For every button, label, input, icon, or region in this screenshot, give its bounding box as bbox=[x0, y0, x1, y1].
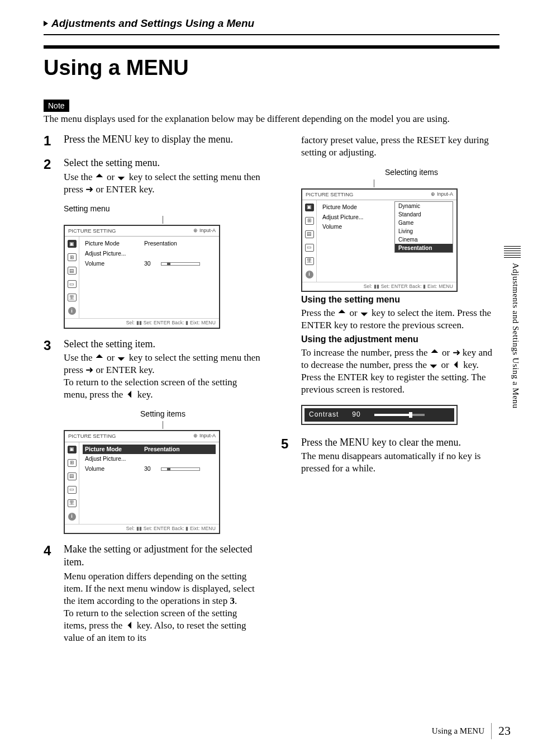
dropdown-item: Living bbox=[395, 227, 453, 235]
function-icon: ▭ bbox=[305, 244, 314, 252]
play-triangle-icon bbox=[44, 21, 48, 26]
arrow-down-icon: 🞃 bbox=[117, 352, 126, 363]
info-icon: i bbox=[68, 307, 76, 315]
subhead-using-adjust: Using the adjustment menu bbox=[301, 334, 499, 346]
step-number: 2 bbox=[44, 157, 64, 328]
install-icon: 里 bbox=[68, 294, 77, 301]
arrow-up-icon: 🞁 bbox=[95, 172, 104, 182]
arrow-down-icon: 🞃 bbox=[429, 360, 439, 370]
osd-row: Volume30 bbox=[83, 464, 216, 474]
arrow-up-icon: 🞁 bbox=[430, 347, 440, 358]
step-number: 5 bbox=[281, 436, 301, 475]
arrow-up-icon: 🞁 bbox=[337, 308, 347, 318]
footer-label: Using a MENU bbox=[432, 726, 484, 737]
osd-row: Adjust Picture... bbox=[83, 249, 216, 259]
info-icon: i bbox=[68, 513, 76, 521]
function-icon: ▭ bbox=[68, 280, 77, 288]
osd-input: ⊕ Input-A bbox=[431, 191, 453, 198]
osd-row: Adjust Picture... bbox=[83, 454, 216, 464]
contrast-osd: Contrast 90 bbox=[301, 405, 458, 425]
step-2: 2 Select the setting menu. Use the 🞁 or … bbox=[44, 157, 262, 328]
screen-icon: ⊞ bbox=[305, 217, 314, 225]
dropdown-item: Dynamic bbox=[395, 202, 453, 210]
osd-footer: Sel: ▮▮ Set: ENTER Back: ▮ Eixt: MENU bbox=[65, 318, 219, 327]
step-lead: Select the setting item. bbox=[64, 338, 262, 351]
paragraph: Press the 🞁 or 🞃 key to select the item.… bbox=[301, 307, 499, 332]
step-4-continued: factory preset value, press the RESET ke… bbox=[281, 134, 499, 425]
step-number: 3 bbox=[44, 338, 64, 534]
osd-row-highlight: Picture ModePresentation bbox=[83, 445, 216, 455]
step-5: 5 Press the MENU key to clear the menu. … bbox=[281, 436, 499, 475]
arrow-up-icon: 🞁 bbox=[95, 352, 104, 363]
osd-input: ⊕ Input-A bbox=[193, 433, 216, 440]
step-number: 1 bbox=[44, 133, 64, 148]
install-icon: 里 bbox=[68, 499, 77, 507]
arrow-down-icon: 🞃 bbox=[117, 172, 126, 182]
step-rest: Use the 🞁 or 🞃 key to select the setting… bbox=[64, 352, 262, 401]
setup-icon: ▤ bbox=[305, 230, 314, 238]
osd-setting-items: PICTURE SETTING ⊕ Input-A ▣ ⊞ ▤ ▭ 里 i bbox=[64, 430, 220, 533]
caption-selecting-items: Selecting items bbox=[323, 167, 499, 177]
step-number: 4 bbox=[44, 543, 64, 644]
step-lead: Select the setting menu. bbox=[64, 157, 262, 169]
note-block: Note The menu displays used for the expl… bbox=[44, 100, 499, 125]
arrow-left-icon: 🞀 bbox=[125, 620, 135, 631]
picture-icon: ▣ bbox=[68, 446, 77, 453]
picture-icon: ▣ bbox=[305, 204, 314, 211]
picture-icon: ▣ bbox=[68, 240, 77, 248]
step-rest: Use the 🞁 or 🞃 key to select the setting… bbox=[64, 171, 262, 196]
setup-icon: ▤ bbox=[68, 472, 77, 480]
slider-icon bbox=[161, 467, 200, 471]
dropdown-item: Cinema bbox=[395, 235, 453, 244]
dropdown-item-selected: Presentation bbox=[395, 244, 453, 252]
osd-selecting-items: PICTURE SETTING ⊕ Input-A ▣ ⊞ ▤ ▭ 里 i Pi… bbox=[301, 188, 458, 292]
step-4: 4 Make the setting or adjustment for the… bbox=[44, 543, 262, 644]
info-icon: i bbox=[306, 271, 313, 278]
arrow-down-icon: 🞃 bbox=[360, 308, 369, 318]
arrow-right-icon: ➜ bbox=[85, 365, 93, 375]
arrow-right-icon: ➜ bbox=[453, 347, 460, 358]
osd-setting-menu: PICTURE SETTING ⊕ Input-A ▣ ⊞ ▤ ▭ 里 i bbox=[64, 225, 220, 328]
paragraph: To increase the number, press the 🞁 or ➜… bbox=[301, 347, 499, 396]
osd-row: Volume30 bbox=[83, 259, 216, 269]
arrow-right-icon: ➜ bbox=[85, 184, 93, 195]
caption-setting-items: Setting items bbox=[64, 409, 262, 419]
function-icon: ▭ bbox=[68, 486, 77, 494]
left-column: 1 Press the MENU key to display the menu… bbox=[44, 133, 262, 644]
page-number: 23 bbox=[491, 723, 511, 739]
step-lead: Make the setting or adjustment for the s… bbox=[64, 543, 262, 569]
section-header-text: Adjustments and Settings Using a Menu bbox=[51, 17, 254, 29]
step-1: 1 Press the MENU key to display the menu… bbox=[44, 133, 262, 148]
osd-category-icons: ▣ ⊞ ▤ ▭ 里 i bbox=[65, 442, 79, 524]
right-column: factory preset value, press the RESET ke… bbox=[281, 133, 499, 644]
subhead-using-setting: Using the setting menu bbox=[301, 294, 499, 306]
note-chip: Note bbox=[44, 100, 69, 112]
osd-footer: Sel: ▮▮ Set: ENTER Back: ▮ Eixt: MENU bbox=[65, 524, 219, 533]
caption-setting-menu: Setting menu bbox=[64, 204, 262, 214]
page-footer: Using a MENU 23 bbox=[432, 723, 511, 739]
step-lead: Press the MENU key to display the menu. bbox=[64, 133, 262, 146]
side-tab: Adjustments and Settings Using a Menu bbox=[510, 263, 521, 409]
osd-title: PICTURE SETTING bbox=[68, 433, 116, 440]
osd-footer: Sel: ▮▮ Set: ENTER Back: ▮ Eixt: MENU bbox=[302, 282, 456, 291]
slider-icon bbox=[161, 262, 200, 266]
setup-icon: ▤ bbox=[68, 267, 77, 275]
dropdown-item: Standard bbox=[395, 210, 453, 219]
osd-title: PICTURE SETTING bbox=[68, 228, 116, 234]
section-header: Adjustments and Settings Using a Menu bbox=[44, 17, 499, 35]
step-rest: Menu operation differs depending on the … bbox=[64, 570, 262, 645]
dropdown-item: Game bbox=[395, 219, 453, 227]
screen-icon: ⊞ bbox=[68, 253, 77, 261]
thumb-index-lines bbox=[504, 246, 521, 259]
note-text: The menu displays used for the explanati… bbox=[44, 113, 499, 125]
arrow-left-icon: 🞀 bbox=[451, 360, 461, 370]
page-title: Using a MENU bbox=[44, 49, 499, 82]
osd-dropdown: Dynamic Standard Game Living Cinema Pres… bbox=[394, 201, 453, 253]
install-icon: 里 bbox=[305, 257, 314, 265]
step-rest: The menu disappears automatically if no … bbox=[301, 450, 499, 475]
contrast-value: 90 bbox=[352, 410, 360, 419]
step-rest: factory preset value, press the RESET ke… bbox=[301, 134, 499, 159]
arrow-left-icon: 🞀 bbox=[125, 389, 135, 400]
step-lead: Press the MENU key to clear the menu. bbox=[301, 436, 499, 449]
osd-category-icons: ▣ ⊞ ▤ ▭ 里 i bbox=[65, 237, 79, 318]
